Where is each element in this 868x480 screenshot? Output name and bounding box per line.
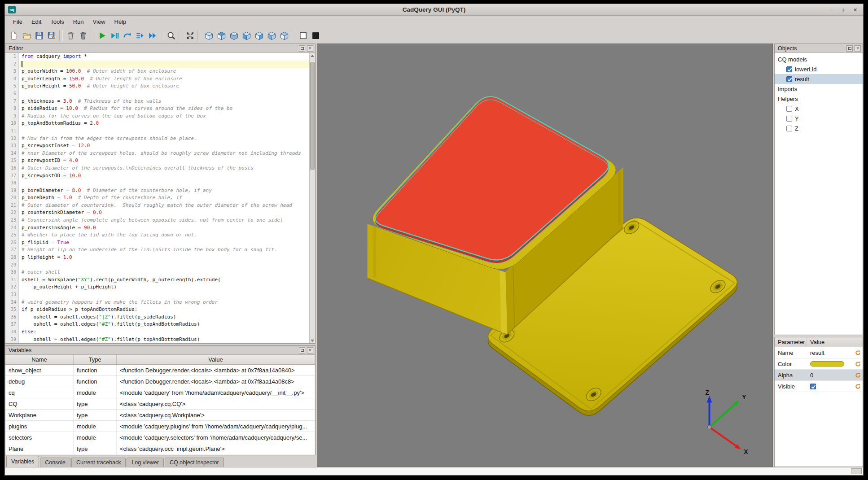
reset-button[interactable]: [853, 350, 863, 356]
statusbar: [5, 467, 863, 475]
tab-variables[interactable]: Variables: [6, 456, 39, 467]
table-row[interactable]: cqmodule<module 'cadquery' from '/home/a…: [5, 387, 315, 398]
line-number: 31: [5, 276, 19, 284]
line-number: 35: [5, 306, 19, 314]
menu-help[interactable]: Help: [110, 17, 131, 27]
view-right-button[interactable]: [253, 29, 265, 42]
tab-log-viewer[interactable]: Log viewer: [127, 458, 163, 467]
menu-edit[interactable]: Edit: [27, 17, 46, 27]
maximize-button[interactable]: +: [840, 5, 846, 15]
line-number: 28: [5, 254, 19, 262]
shaded-button[interactable]: [309, 29, 322, 42]
step-next-button[interactable]: [133, 29, 146, 42]
table-row[interactable]: selectorsmodule<module 'cadquery.selecto…: [5, 432, 315, 443]
menu-run[interactable]: Run: [69, 17, 88, 27]
checkbox-lowerlid[interactable]: [786, 66, 792, 72]
wireframe-button[interactable]: [297, 29, 309, 42]
line-number: 25: [5, 231, 19, 239]
tree-item-y[interactable]: Y: [775, 113, 863, 123]
window-title: CadQuery GUI (PyQT): [5, 6, 863, 13]
fit-all-button[interactable]: [184, 29, 196, 42]
render-button[interactable]: [96, 29, 108, 42]
param-row-visible[interactable]: Visible: [775, 381, 863, 392]
table-row[interactable]: Planetype<class 'cadquery.occ_impl.geom.…: [5, 443, 315, 454]
view-back-button[interactable]: [278, 29, 290, 42]
checkbox-y[interactable]: [786, 116, 792, 122]
3d-viewport[interactable]: Z Y X: [317, 44, 773, 467]
view-front-button[interactable]: [265, 29, 278, 42]
save-as-button[interactable]: [45, 29, 58, 42]
reset-button[interactable]: [853, 384, 863, 389]
clear-button[interactable]: [64, 29, 77, 42]
param-row-alpha[interactable]: Alpha0: [775, 370, 863, 381]
code-line: 27# Height of lip on the underside of th…: [5, 246, 309, 254]
code-line: 36 oshell = oshell.edges("|Z").fillet(p_…: [5, 314, 309, 321]
scroll-up-icon[interactable]: [310, 53, 315, 58]
view-iso-button[interactable]: [202, 29, 215, 42]
color-swatch[interactable]: [810, 361, 844, 367]
new-file-button[interactable]: [8, 29, 20, 42]
code-line: 23# Countersink angle (complete angle be…: [5, 217, 309, 224]
tree-item-x[interactable]: X: [775, 104, 863, 113]
objects-panel: Objects × CQ modelslowerLidresultImports…: [774, 44, 863, 335]
objects-close-button[interactable]: ×: [855, 45, 861, 52]
line-number: 15: [5, 157, 19, 165]
tree-item-helpers[interactable]: Helpers: [775, 94, 863, 104]
tab-current-traceback[interactable]: Current traceback: [71, 458, 126, 467]
tab-cq-object-inspector[interactable]: CQ object inspector: [165, 458, 224, 467]
editor-scrollbar[interactable]: [309, 53, 315, 343]
render-icon: [97, 31, 107, 40]
menu-view[interactable]: View: [88, 17, 110, 27]
reset-button[interactable]: [853, 372, 863, 378]
save-file-button[interactable]: [33, 29, 45, 42]
view-left-button[interactable]: [240, 29, 253, 42]
param-row-color[interactable]: Color: [775, 358, 863, 370]
code-line: 19p_boreDiameter = 8.0 # Diameter of the…: [5, 187, 309, 195]
menu-file[interactable]: File: [9, 17, 27, 27]
table-row[interactable]: pluginsmodule<module 'cadquery.plugins' …: [5, 421, 315, 432]
view-bottom-button[interactable]: [228, 29, 240, 42]
line-number: 32: [5, 284, 19, 291]
variables-close-button[interactable]: ×: [307, 347, 313, 353]
debug-button[interactable]: [108, 29, 121, 42]
parameters-panel: Parameter Value NameresultColorAlpha0Vis…: [774, 337, 863, 467]
table-row[interactable]: show_objectfunction<function Debugger.re…: [5, 365, 315, 376]
reset-button[interactable]: [853, 361, 863, 367]
tree-item-cq-models[interactable]: CQ models: [775, 54, 863, 64]
open-file-button[interactable]: [20, 29, 33, 42]
tree-item-imports[interactable]: Imports: [775, 84, 863, 94]
param-row-name[interactable]: Nameresult: [775, 347, 863, 358]
table-row[interactable]: debugfunction<function Debugger.render.<…: [5, 376, 315, 387]
resize-grip[interactable]: [851, 468, 862, 474]
checkbox-z[interactable]: [786, 126, 792, 131]
objects-undock-button[interactable]: [846, 45, 853, 52]
code-editor[interactable]: 1from cadquery import *23p_outerWidth = …: [5, 53, 315, 343]
step-button[interactable]: [121, 29, 133, 42]
visible-checkbox[interactable]: [810, 384, 816, 389]
variables-undock-button[interactable]: [299, 347, 305, 353]
tab-console[interactable]: Console: [40, 458, 70, 467]
checkbox-x[interactable]: [786, 106, 792, 112]
table-row[interactable]: Workplanetype<class 'cadquery.cq.Workpla…: [5, 410, 315, 421]
menu-tools[interactable]: Tools: [46, 17, 68, 27]
checkbox-result[interactable]: [786, 76, 792, 82]
code-line: 11: [5, 127, 309, 135]
close-button[interactable]: ×: [852, 5, 859, 15]
tree-item-result[interactable]: result: [775, 74, 863, 84]
param-name: Alpha: [775, 372, 807, 379]
continue-button[interactable]: [146, 29, 158, 42]
zoom-to-fit-button[interactable]: [165, 29, 177, 42]
param-value-text: 0: [810, 372, 813, 379]
tree-item-lowerlid[interactable]: lowerLid: [775, 64, 863, 74]
minimize-button[interactable]: −: [828, 5, 834, 15]
table-row[interactable]: CQtype<class 'cadquery.cq.CQ'>: [5, 398, 315, 410]
delete-button[interactable]: [77, 29, 89, 42]
tree-item-z[interactable]: Z: [775, 123, 863, 133]
editor-undock-button[interactable]: [299, 45, 305, 52]
editor-close-button[interactable]: ×: [307, 45, 313, 52]
view-top-button[interactable]: [215, 29, 228, 42]
scroll-down-icon[interactable]: [310, 338, 315, 343]
line-number: 26: [5, 239, 19, 247]
titlebar: cq CadQuery GUI (PyQT) − + ×: [5, 4, 863, 16]
scrollbar-thumb[interactable]: [310, 62, 315, 170]
